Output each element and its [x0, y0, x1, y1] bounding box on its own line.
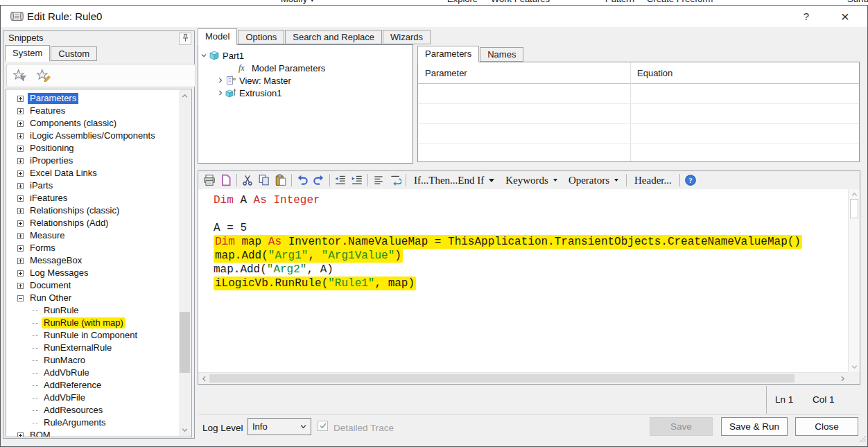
- snippet-tree-scrollbar[interactable]: [179, 90, 191, 436]
- expand-plus-icon[interactable]: [17, 133, 24, 139]
- scroll-up-icon[interactable]: [849, 191, 860, 198]
- star-filter-icon[interactable]: [11, 67, 29, 84]
- scroll-left-icon[interactable]: [200, 374, 208, 383]
- chevron-down-icon[interactable]: [200, 52, 208, 59]
- expand-plus-icon[interactable]: [17, 432, 24, 438]
- scrollbar-thumb[interactable]: [850, 199, 858, 218]
- tab-model[interactable]: Model: [198, 28, 237, 45]
- paste-icon[interactable]: [272, 173, 289, 188]
- model-tree-item-model-parameters[interactable]: fxModel Parameters: [198, 62, 413, 74]
- snippet-item-document[interactable]: Document: [6, 279, 191, 292]
- dropdown-operators[interactable]: Operators: [563, 175, 624, 186]
- detailed-trace-checkbox[interactable]: [318, 421, 328, 431]
- snippet-item-addvbfile[interactable]: AddVbFile: [6, 392, 191, 404]
- snippet-item-forms[interactable]: Forms: [6, 242, 191, 254]
- scrollbar-thumb[interactable]: [209, 374, 795, 383]
- expand-plus-icon[interactable]: [17, 258, 24, 264]
- tab-custom[interactable]: Custom: [51, 46, 97, 61]
- snippet-item-run-other[interactable]: Run Other: [6, 292, 191, 304]
- expand-plus-icon[interactable]: [17, 245, 24, 252]
- snippet-item-rulearguments[interactable]: RuleArguments: [6, 417, 191, 429]
- snippet-item-log-messages[interactable]: Log Messages: [6, 267, 191, 279]
- indent-icon[interactable]: [349, 173, 365, 188]
- cut-icon[interactable]: [239, 173, 256, 188]
- snippet-item-iproperties[interactable]: iProperties: [6, 155, 191, 167]
- button-header[interactable]: Header...: [629, 175, 677, 186]
- snippet-item-runexternalrule[interactable]: RunExternalRule: [6, 342, 191, 354]
- editor-vertical-scrollbar[interactable]: [848, 189, 860, 372]
- chevron-right-icon[interactable]: [216, 77, 225, 84]
- tab-names[interactable]: Names: [480, 47, 523, 62]
- resize-grip[interactable]: [860, 432, 866, 445]
- tab-search-and-replace[interactable]: Search and Replace: [285, 30, 382, 44]
- scrollbar-thumb[interactable]: [180, 312, 190, 373]
- expand-plus-icon[interactable]: [17, 121, 24, 127]
- model-tree-item-view-master[interactable]: View: Master: [198, 74, 413, 87]
- snippet-item-runrule-with-map[interactable]: RunRule (with map): [6, 317, 191, 329]
- pin-button[interactable]: [179, 33, 191, 45]
- expand-plus-icon[interactable]: [17, 233, 24, 239]
- snippet-item-addresources[interactable]: AddResources: [6, 404, 191, 417]
- snippet-item-parameters[interactable]: Parameters: [6, 92, 191, 105]
- snippet-item-measure[interactable]: Measure: [6, 229, 191, 242]
- expand-plus-icon[interactable]: [17, 220, 24, 227]
- help-icon[interactable]: ?: [682, 173, 699, 188]
- model-tree-item-part1[interactable]: Part1: [198, 49, 413, 62]
- code-text-area[interactable]: Dim A As IntegerA = 5Dim map As Inventor…: [198, 189, 848, 372]
- save-and-run-button[interactable]: Save & Run: [721, 417, 788, 436]
- snippet-item-components-classic[interactable]: Components (classic): [6, 117, 191, 130]
- expand-plus-icon[interactable]: [17, 283, 24, 289]
- collapse-minus-icon[interactable]: [17, 295, 24, 301]
- snippet-item-positioning[interactable]: Positioning: [6, 142, 191, 155]
- scroll-up-icon[interactable]: [179, 92, 191, 100]
- page-icon[interactable]: [218, 173, 234, 188]
- expand-plus-icon[interactable]: [17, 146, 24, 152]
- help-button[interactable]: ?: [791, 6, 822, 27]
- expand-plus-icon[interactable]: [17, 96, 24, 102]
- align-icon[interactable]: [370, 173, 387, 188]
- snippet-item-addreference[interactable]: AddReference: [6, 379, 191, 392]
- tab-options[interactable]: Options: [238, 30, 284, 44]
- undo-icon[interactable]: [294, 173, 311, 188]
- expand-plus-icon[interactable]: [17, 170, 24, 177]
- print-icon[interactable]: [201, 173, 218, 188]
- snippet-item-ifeatures[interactable]: iFeatures: [6, 192, 191, 204]
- scroll-right-icon[interactable]: [838, 374, 847, 383]
- snippet-item-runmacro[interactable]: RunMacro: [6, 354, 191, 367]
- tab-parameters[interactable]: Parameters: [417, 46, 479, 62]
- snippet-item-excel-data-links[interactable]: Excel Data Links: [6, 167, 191, 179]
- snippet-item-messagebox[interactable]: MessageBox: [6, 254, 191, 267]
- snippet-item-features[interactable]: Features: [6, 105, 191, 117]
- expand-plus-icon[interactable]: [17, 270, 24, 277]
- log-level-select[interactable]: Info: [248, 418, 311, 435]
- copy-icon[interactable]: [256, 173, 272, 188]
- expand-plus-icon[interactable]: [17, 158, 24, 164]
- star-edit-icon[interactable]: [35, 67, 53, 84]
- close-button[interactable]: ×: [830, 6, 860, 27]
- chevron-right-icon[interactable]: [216, 89, 225, 96]
- scroll-down-icon[interactable]: [849, 363, 860, 371]
- wrap-icon[interactable]: [387, 173, 403, 188]
- editor-horizontal-scrollbar[interactable]: [198, 372, 848, 384]
- snippet-item-runrule-in-component[interactable]: RunRule in Component: [6, 329, 191, 342]
- dropdown-keywords[interactable]: Keywords: [500, 175, 563, 186]
- expand-plus-icon[interactable]: [17, 195, 24, 202]
- close-dialog-button[interactable]: Close: [795, 417, 858, 436]
- expand-plus-icon[interactable]: [17, 108, 24, 114]
- snippet-item-runrule[interactable]: RunRule: [6, 304, 191, 317]
- snippet-item-addvbrule[interactable]: AddVbRule: [6, 367, 191, 379]
- save-button[interactable]: Save: [650, 417, 713, 436]
- snippet-item-ilogic-assemblies-components[interactable]: iLogic Assemblies/Components: [6, 130, 191, 142]
- redo-icon[interactable]: [311, 173, 327, 188]
- dropdown-if-then-end-if[interactable]: If...Then...End If: [408, 175, 500, 186]
- tab-system[interactable]: System: [5, 45, 50, 62]
- expand-plus-icon[interactable]: [17, 208, 24, 214]
- model-tree-item-extrusion1[interactable]: Extrusion1: [198, 87, 413, 99]
- outdent-icon[interactable]: [332, 173, 349, 188]
- snippet-item-bom[interactable]: BOM: [6, 429, 191, 437]
- scroll-down-icon[interactable]: [179, 426, 191, 434]
- snippet-item-iparts[interactable]: iParts: [6, 179, 191, 192]
- snippet-item-relationships-classic[interactable]: Relationships (classic): [6, 204, 191, 217]
- snippet-item-relationships-add[interactable]: Relationships (Add): [6, 217, 191, 229]
- expand-plus-icon[interactable]: [17, 183, 24, 189]
